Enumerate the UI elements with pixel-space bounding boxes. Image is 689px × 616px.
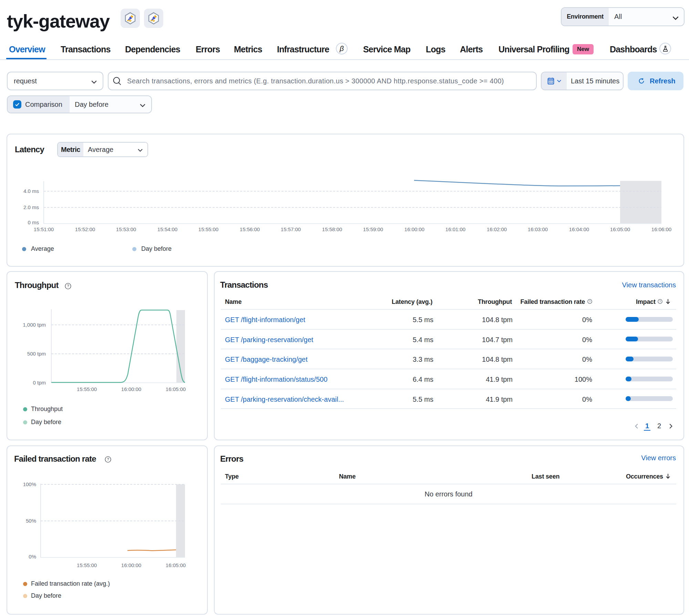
svg-text:?: ?: [589, 300, 591, 303]
svg-text:?: ?: [107, 457, 109, 461]
svg-text:?: ?: [67, 284, 69, 288]
svg-text:?: ?: [659, 300, 661, 303]
